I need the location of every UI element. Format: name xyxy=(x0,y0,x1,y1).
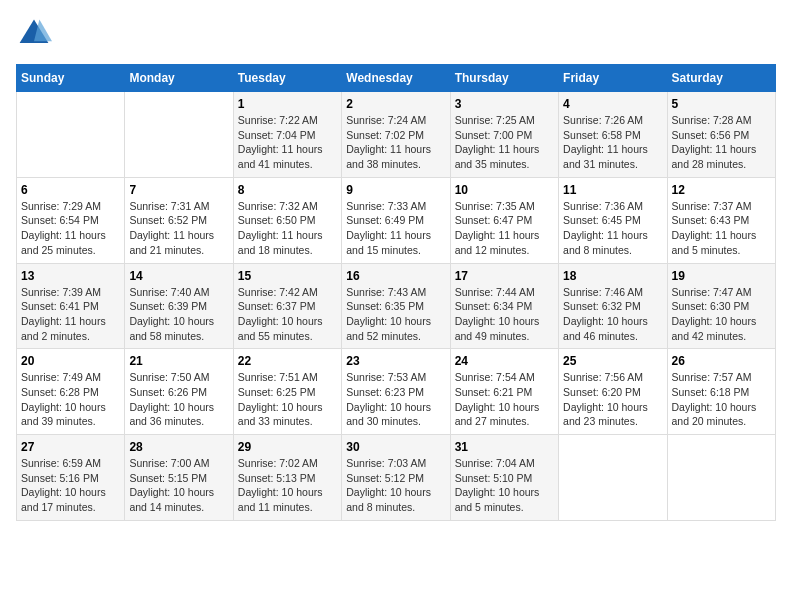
day-info: Sunrise: 7:32 AM Sunset: 6:50 PM Dayligh… xyxy=(238,199,337,258)
day-number: 19 xyxy=(672,269,771,283)
day-number: 9 xyxy=(346,183,445,197)
weekday-header-row: SundayMondayTuesdayWednesdayThursdayFrid… xyxy=(17,65,776,92)
calendar-cell: 9Sunrise: 7:33 AM Sunset: 6:49 PM Daylig… xyxy=(342,177,450,263)
calendar-cell: 16Sunrise: 7:43 AM Sunset: 6:35 PM Dayli… xyxy=(342,263,450,349)
weekday-header: Tuesday xyxy=(233,65,341,92)
day-number: 26 xyxy=(672,354,771,368)
day-number: 13 xyxy=(21,269,120,283)
day-number: 24 xyxy=(455,354,554,368)
day-info: Sunrise: 7:44 AM Sunset: 6:34 PM Dayligh… xyxy=(455,285,554,344)
day-info: Sunrise: 7:40 AM Sunset: 6:39 PM Dayligh… xyxy=(129,285,228,344)
day-info: Sunrise: 7:47 AM Sunset: 6:30 PM Dayligh… xyxy=(672,285,771,344)
calendar-cell: 30Sunrise: 7:03 AM Sunset: 5:12 PM Dayli… xyxy=(342,435,450,521)
day-number: 28 xyxy=(129,440,228,454)
svg-marker-1 xyxy=(34,20,52,42)
day-info: Sunrise: 7:42 AM Sunset: 6:37 PM Dayligh… xyxy=(238,285,337,344)
calendar-cell: 4Sunrise: 7:26 AM Sunset: 6:58 PM Daylig… xyxy=(559,92,667,178)
day-info: Sunrise: 7:26 AM Sunset: 6:58 PM Dayligh… xyxy=(563,113,662,172)
day-info: Sunrise: 7:37 AM Sunset: 6:43 PM Dayligh… xyxy=(672,199,771,258)
calendar-cell: 14Sunrise: 7:40 AM Sunset: 6:39 PM Dayli… xyxy=(125,263,233,349)
day-info: Sunrise: 7:29 AM Sunset: 6:54 PM Dayligh… xyxy=(21,199,120,258)
day-number: 8 xyxy=(238,183,337,197)
day-info: Sunrise: 7:43 AM Sunset: 6:35 PM Dayligh… xyxy=(346,285,445,344)
day-info: Sunrise: 7:25 AM Sunset: 7:00 PM Dayligh… xyxy=(455,113,554,172)
weekday-header: Monday xyxy=(125,65,233,92)
day-number: 3 xyxy=(455,97,554,111)
calendar-week-row: 6Sunrise: 7:29 AM Sunset: 6:54 PM Daylig… xyxy=(17,177,776,263)
day-number: 5 xyxy=(672,97,771,111)
weekday-header: Wednesday xyxy=(342,65,450,92)
day-info: Sunrise: 7:33 AM Sunset: 6:49 PM Dayligh… xyxy=(346,199,445,258)
day-info: Sunrise: 7:36 AM Sunset: 6:45 PM Dayligh… xyxy=(563,199,662,258)
day-info: Sunrise: 7:04 AM Sunset: 5:10 PM Dayligh… xyxy=(455,456,554,515)
calendar-cell: 15Sunrise: 7:42 AM Sunset: 6:37 PM Dayli… xyxy=(233,263,341,349)
day-info: Sunrise: 7:54 AM Sunset: 6:21 PM Dayligh… xyxy=(455,370,554,429)
day-number: 6 xyxy=(21,183,120,197)
day-info: Sunrise: 7:35 AM Sunset: 6:47 PM Dayligh… xyxy=(455,199,554,258)
calendar-cell: 31Sunrise: 7:04 AM Sunset: 5:10 PM Dayli… xyxy=(450,435,558,521)
calendar-cell xyxy=(17,92,125,178)
calendar-cell: 8Sunrise: 7:32 AM Sunset: 6:50 PM Daylig… xyxy=(233,177,341,263)
day-info: Sunrise: 7:49 AM Sunset: 6:28 PM Dayligh… xyxy=(21,370,120,429)
day-info: Sunrise: 7:28 AM Sunset: 6:56 PM Dayligh… xyxy=(672,113,771,172)
day-number: 25 xyxy=(563,354,662,368)
day-info: Sunrise: 7:51 AM Sunset: 6:25 PM Dayligh… xyxy=(238,370,337,429)
calendar-cell: 25Sunrise: 7:56 AM Sunset: 6:20 PM Dayli… xyxy=(559,349,667,435)
calendar-cell: 19Sunrise: 7:47 AM Sunset: 6:30 PM Dayli… xyxy=(667,263,775,349)
day-number: 27 xyxy=(21,440,120,454)
calendar-cell: 12Sunrise: 7:37 AM Sunset: 6:43 PM Dayli… xyxy=(667,177,775,263)
day-number: 18 xyxy=(563,269,662,283)
weekday-header: Saturday xyxy=(667,65,775,92)
weekday-header: Friday xyxy=(559,65,667,92)
calendar-week-row: 1Sunrise: 7:22 AM Sunset: 7:04 PM Daylig… xyxy=(17,92,776,178)
day-number: 10 xyxy=(455,183,554,197)
day-number: 16 xyxy=(346,269,445,283)
day-number: 23 xyxy=(346,354,445,368)
calendar-cell: 10Sunrise: 7:35 AM Sunset: 6:47 PM Dayli… xyxy=(450,177,558,263)
calendar-cell: 18Sunrise: 7:46 AM Sunset: 6:32 PM Dayli… xyxy=(559,263,667,349)
weekday-header: Thursday xyxy=(450,65,558,92)
calendar-cell: 7Sunrise: 7:31 AM Sunset: 6:52 PM Daylig… xyxy=(125,177,233,263)
day-info: Sunrise: 7:22 AM Sunset: 7:04 PM Dayligh… xyxy=(238,113,337,172)
day-number: 29 xyxy=(238,440,337,454)
logo xyxy=(16,16,54,52)
calendar-cell: 20Sunrise: 7:49 AM Sunset: 6:28 PM Dayli… xyxy=(17,349,125,435)
day-info: Sunrise: 7:53 AM Sunset: 6:23 PM Dayligh… xyxy=(346,370,445,429)
weekday-header: Sunday xyxy=(17,65,125,92)
day-info: Sunrise: 7:24 AM Sunset: 7:02 PM Dayligh… xyxy=(346,113,445,172)
logo-icon xyxy=(16,16,52,52)
page-header xyxy=(16,16,776,52)
day-number: 17 xyxy=(455,269,554,283)
calendar-cell: 5Sunrise: 7:28 AM Sunset: 6:56 PM Daylig… xyxy=(667,92,775,178)
calendar-cell: 29Sunrise: 7:02 AM Sunset: 5:13 PM Dayli… xyxy=(233,435,341,521)
calendar-cell: 24Sunrise: 7:54 AM Sunset: 6:21 PM Dayli… xyxy=(450,349,558,435)
calendar-cell: 28Sunrise: 7:00 AM Sunset: 5:15 PM Dayli… xyxy=(125,435,233,521)
calendar-table: SundayMondayTuesdayWednesdayThursdayFrid… xyxy=(16,64,776,521)
calendar-cell: 6Sunrise: 7:29 AM Sunset: 6:54 PM Daylig… xyxy=(17,177,125,263)
day-number: 31 xyxy=(455,440,554,454)
calendar-cell: 27Sunrise: 6:59 AM Sunset: 5:16 PM Dayli… xyxy=(17,435,125,521)
day-info: Sunrise: 7:56 AM Sunset: 6:20 PM Dayligh… xyxy=(563,370,662,429)
calendar-cell: 22Sunrise: 7:51 AM Sunset: 6:25 PM Dayli… xyxy=(233,349,341,435)
day-number: 22 xyxy=(238,354,337,368)
day-info: Sunrise: 7:57 AM Sunset: 6:18 PM Dayligh… xyxy=(672,370,771,429)
day-number: 11 xyxy=(563,183,662,197)
day-number: 21 xyxy=(129,354,228,368)
day-info: Sunrise: 7:39 AM Sunset: 6:41 PM Dayligh… xyxy=(21,285,120,344)
calendar-cell: 1Sunrise: 7:22 AM Sunset: 7:04 PM Daylig… xyxy=(233,92,341,178)
calendar-week-row: 20Sunrise: 7:49 AM Sunset: 6:28 PM Dayli… xyxy=(17,349,776,435)
calendar-week-row: 27Sunrise: 6:59 AM Sunset: 5:16 PM Dayli… xyxy=(17,435,776,521)
day-number: 2 xyxy=(346,97,445,111)
day-info: Sunrise: 7:46 AM Sunset: 6:32 PM Dayligh… xyxy=(563,285,662,344)
day-number: 20 xyxy=(21,354,120,368)
day-number: 15 xyxy=(238,269,337,283)
calendar-cell xyxy=(559,435,667,521)
calendar-cell xyxy=(667,435,775,521)
calendar-cell: 2Sunrise: 7:24 AM Sunset: 7:02 PM Daylig… xyxy=(342,92,450,178)
day-info: Sunrise: 7:31 AM Sunset: 6:52 PM Dayligh… xyxy=(129,199,228,258)
calendar-cell xyxy=(125,92,233,178)
calendar-cell: 17Sunrise: 7:44 AM Sunset: 6:34 PM Dayli… xyxy=(450,263,558,349)
calendar-week-row: 13Sunrise: 7:39 AM Sunset: 6:41 PM Dayli… xyxy=(17,263,776,349)
calendar-cell: 11Sunrise: 7:36 AM Sunset: 6:45 PM Dayli… xyxy=(559,177,667,263)
calendar-cell: 21Sunrise: 7:50 AM Sunset: 6:26 PM Dayli… xyxy=(125,349,233,435)
